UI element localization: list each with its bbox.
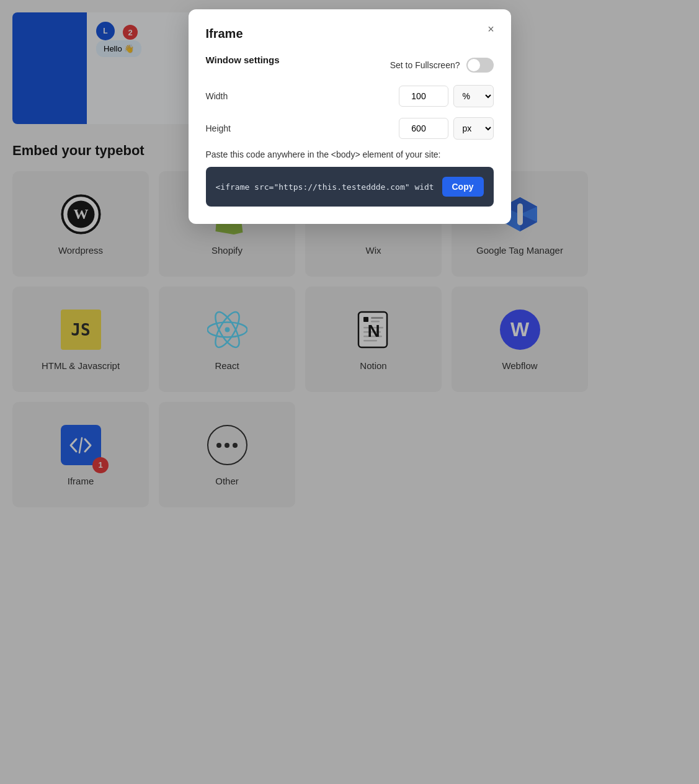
modal-close-button[interactable]: × [483,20,500,38]
height-input-group: px % [399,117,494,140]
code-snippet: <iframe src="https://this.testeddde.com"… [216,182,435,192]
width-row: Width % px [206,85,494,107]
height-row: Height px % [206,117,494,140]
modal-title: Iframe [206,27,494,41]
window-settings-section: Window settings Set to Fullscreen? Width… [206,55,494,140]
fullscreen-row: Window settings Set to Fullscreen? [206,55,494,75]
width-label: Width [206,91,228,101]
copy-button[interactable]: Copy [442,177,484,197]
width-unit-select[interactable]: % px [453,85,494,107]
fullscreen-control: Set to Fullscreen? [390,58,494,73]
paste-label: Paste this code anywhere in the <body> e… [206,149,494,159]
width-input-group: % px [399,85,494,107]
modal-overlay: × Iframe Window settings Set to Fullscre… [0,0,699,784]
height-unit-select[interactable]: px % [453,117,494,140]
width-input[interactable] [399,86,448,107]
fullscreen-label: Set to Fullscreen? [390,60,460,70]
code-box: <iframe src="https://this.testeddde.com"… [206,167,494,207]
fullscreen-toggle[interactable] [466,58,494,73]
height-input[interactable] [399,118,448,139]
height-label: Height [206,123,231,133]
window-settings-label: Window settings [206,55,280,65]
iframe-modal: × Iframe Window settings Set to Fullscre… [189,9,511,224]
